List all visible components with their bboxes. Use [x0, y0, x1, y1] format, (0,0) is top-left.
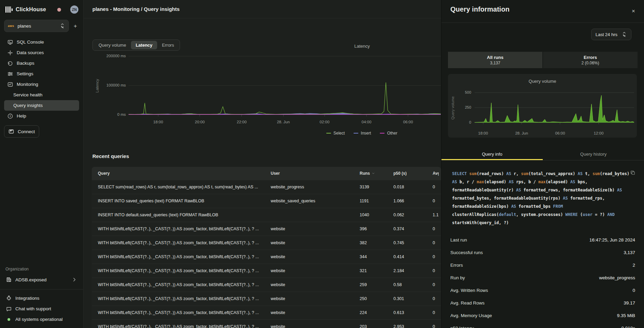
- workspace-selector[interactable]: aws planes: [4, 20, 69, 32]
- recent-queries-table: Query User Runs p50 (s) Avg. SELECT sum(…: [92, 167, 441, 328]
- cell-user: website: [271, 324, 360, 328]
- table-row[interactable]: WITH bitShiftLeft(CAST(?..), _CAST(?..))…: [92, 264, 441, 278]
- cell-user: website: [271, 240, 360, 245]
- x-tick-label: 06:00: [555, 131, 565, 135]
- legend-swatch: [380, 133, 385, 134]
- sql-console-icon: [8, 40, 13, 45]
- cell-runs: 1040: [360, 213, 393, 217]
- table-row[interactable]: SELECT sum(read_rows) AS r, sum(total_ro…: [92, 180, 441, 194]
- chat-icon: [6, 306, 12, 312]
- divider: [0, 289, 83, 290]
- copy-icon[interactable]: [630, 170, 635, 175]
- sidebar-item-help[interactable]: ?Help: [4, 111, 79, 121]
- cell-p50: 2.184: [393, 268, 433, 273]
- table-row[interactable]: WITH bitShiftLeft(CAST(?..), _CAST(?..))…: [92, 250, 441, 264]
- table-row[interactable]: WITH bitShiftLeft(CAST(?..), _CAST(?..))…: [92, 236, 441, 250]
- cell-avg: 0: [433, 282, 439, 287]
- y-tick-label: 500: [465, 90, 471, 94]
- tab-query-volume[interactable]: Query volume: [94, 41, 131, 49]
- chevron-right-icon: [72, 277, 77, 282]
- settings-icon: [8, 71, 13, 77]
- stat-label: Avg. Memory Usage: [450, 313, 492, 318]
- panel-title: Query information: [450, 5, 509, 13]
- sidebar-item-data-sources[interactable]: Data sources: [4, 47, 79, 58]
- table-row[interactable]: WITH bitShiftLeft(CAST(?..), _CAST(?..))…: [92, 319, 441, 328]
- sidebar-item-label: Service health: [13, 92, 43, 97]
- cell-runs: 3139: [360, 185, 393, 189]
- cell-avg: 0: [433, 240, 439, 245]
- sidebar-item-backups[interactable]: Backups: [4, 58, 79, 68]
- y-tick-label: 0: [469, 120, 471, 124]
- sidebar-item-chat-with-support[interactable]: Chat with support: [0, 303, 83, 314]
- connect-label: Connect: [18, 129, 35, 134]
- query-volume-chart: [475, 88, 634, 126]
- clickhouse-logo-icon: [5, 6, 13, 13]
- organization-switcher[interactable]: ADSB.exposed: [4, 274, 79, 285]
- toggle-all-runs[interactable]: All runs 3,137: [448, 52, 542, 68]
- table-row[interactable]: WITH bitShiftLeft(CAST(?..), _CAST(?..))…: [92, 292, 441, 306]
- table-row[interactable]: INSERT INTO default.saved_queries (text)…: [92, 208, 441, 222]
- tab-errors[interactable]: Errors: [157, 41, 179, 49]
- table-row[interactable]: WITH bitShiftLeft(CAST(?..), _CAST(?..))…: [92, 278, 441, 292]
- table-row[interactable]: WITH bitShiftLeft(CAST(?..), _CAST(?..))…: [92, 222, 441, 236]
- stat-row-avg-read-rows: Avg. Read Rows39.17: [450, 297, 635, 309]
- stat-value: 0: [632, 288, 635, 293]
- cell-query: WITH bitShiftLeft(CAST(?..), _CAST(?..))…: [98, 240, 271, 245]
- cell-runs: 203: [360, 324, 393, 328]
- cell-query: INSERT INTO default.saved_queries (text)…: [98, 213, 271, 217]
- cell-avg: 0: [433, 199, 439, 203]
- sidebar-item-label: Query insights: [13, 103, 43, 108]
- cell-p50: 0.613: [393, 310, 433, 315]
- sql-token: sum: [521, 171, 528, 176]
- cell-user: website: [271, 310, 360, 315]
- main-content: planes - Monitoring / Query insights Que…: [84, 0, 441, 328]
- sql-token: clusterAllReplicas(: [452, 212, 499, 217]
- sidebar-item-all-systems-operational[interactable]: All systems operational: [0, 314, 83, 325]
- cell-query: WITH bitShiftLeft(CAST(?..), _CAST(?..))…: [98, 268, 271, 273]
- cell-query: INSERT INTO saved_queries (text) FORMAT …: [98, 199, 271, 203]
- tab-query-history[interactable]: Query history: [543, 148, 644, 160]
- tab-latency[interactable]: Latency: [131, 41, 157, 49]
- table-row[interactable]: INSERT INTO saved_queries (text) FORMAT …: [92, 194, 441, 208]
- sql-token: (read_rows): [477, 171, 506, 176]
- stat-value: 9.35 MiB: [617, 313, 635, 318]
- sidebar-item-query-insights[interactable]: Query insights: [4, 100, 79, 111]
- legend-label: Select: [333, 131, 345, 136]
- close-icon[interactable]: ×: [629, 7, 638, 16]
- sql-token: AS: [452, 179, 460, 184]
- latency-y-ticks: 0 ms100000 ms200000 ms: [92, 54, 126, 117]
- x-tick-label: 18:00: [478, 131, 488, 135]
- time-range-select[interactable]: Last 24 hrs: [591, 29, 631, 40]
- toggle-errors[interactable]: Errors 2 (0.06%): [543, 52, 638, 68]
- avatar[interactable]: ZN: [70, 5, 78, 14]
- x-tick-label: 28. Jun: [277, 120, 290, 124]
- sidebar-item-sql-console[interactable]: SQL Console: [4, 37, 79, 47]
- cell-user: website: [271, 254, 360, 259]
- table-row[interactable]: WITH bitShiftLeft(CAST(?..), _CAST(?..))…: [92, 306, 441, 319]
- tab-query-info[interactable]: Query info: [441, 148, 543, 160]
- cell-p50: 0.062: [393, 213, 433, 217]
- latency-x-ticks: 18:0020:0022:0028. Jun02:0004:0006:00: [129, 120, 441, 125]
- cell-user: website_saved_queries: [271, 199, 360, 203]
- query-volume-x-ticks: 18:0028. Jun06:0012:00: [475, 131, 634, 136]
- sidebar-item-integrations[interactable]: Integrations: [0, 293, 83, 303]
- legend-item-insert[interactable]: Insert: [354, 131, 371, 136]
- query-stats-list: Last run16:47:25, Jun 28 2024Successful …: [450, 234, 635, 328]
- legend-item-select[interactable]: Select: [326, 131, 345, 136]
- sidebar-item-settings[interactable]: Settings: [4, 68, 79, 79]
- connect-button[interactable]: Connect: [4, 125, 39, 138]
- sidebar-nav: SQL ConsoleData sourcesBackupsSettingsMo…: [0, 33, 83, 121]
- legend-item-other[interactable]: Other: [380, 131, 397, 136]
- add-service-button[interactable]: +: [72, 23, 79, 29]
- cell-runs: 259: [360, 282, 393, 287]
- cell-runs: 224: [360, 310, 393, 315]
- sidebar-item-service-health[interactable]: Service health: [4, 90, 79, 100]
- column-header-runs[interactable]: Runs: [360, 171, 393, 176]
- sql-token: startsWith(query_id, ?): [452, 220, 509, 225]
- sql-token: sum: [593, 171, 600, 176]
- table-body: SELECT sum(read_rows) AS r, sum(total_ro…: [92, 180, 441, 328]
- sidebar-item-monitoring[interactable]: Monitoring: [4, 79, 79, 90]
- cell-runs: 382: [360, 240, 393, 245]
- stat-row-avg-written-rows: Avg. Written Rows0: [450, 284, 635, 297]
- sql-token: AS: [516, 188, 524, 192]
